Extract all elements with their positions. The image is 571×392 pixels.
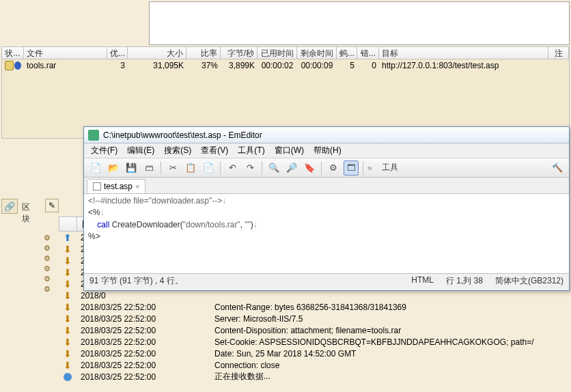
menu-search[interactable]: 搜索(S) (160, 143, 195, 158)
row-size: 31,095K (128, 61, 186, 70)
status-enc: 简体中文(GB2312) (495, 275, 563, 287)
log-row[interactable]: ⬇2018/0 (59, 290, 568, 301)
log-row[interactable]: ⬇2018/03/25 22:52:00Content-Range: bytes… (59, 301, 568, 313)
log-row[interactable]: 2018/03/25 22:52:00正在接收数据... (59, 371, 568, 382)
file-icon (93, 182, 101, 191)
down-icon: ⬇ (59, 244, 76, 255)
toolbar-label: 工具 (382, 162, 398, 173)
toolbar-separator (321, 161, 322, 175)
log-row[interactable]: ⬇2018/03/25 22:52:00Connection: close (59, 359, 568, 371)
col-priority[interactable]: 优... (107, 47, 128, 59)
col-elapsed[interactable]: 已用时间 (257, 47, 297, 59)
down-icon: ⬇ (59, 279, 76, 290)
down-icon: ⬇ (59, 360, 76, 371)
tool-button[interactable]: 🔨 (550, 160, 565, 176)
tab-testasp[interactable]: test.asp × (87, 179, 145, 193)
side-button-1[interactable]: 🔗 (1, 199, 18, 214)
new-button[interactable]: 📄 (88, 160, 103, 176)
col-remain[interactable]: 剩余时间 (297, 47, 337, 59)
copy-button[interactable]: 📋 (183, 160, 198, 176)
mini-icon: ⚙ (42, 264, 52, 273)
code-text: "downloader.asp" (149, 196, 212, 206)
log-row[interactable]: ⬇2018/03/25 22:52:00Set-Cookie: ASPSESSI… (59, 336, 568, 348)
menu-view[interactable]: 查看(V) (197, 143, 232, 158)
col-file[interactable]: 文件 (24, 47, 107, 59)
toolbar-separator (161, 161, 161, 175)
log-message: Date: Sun, 25 Mar 2018 14:52:00 GMT (210, 349, 568, 359)
mini-icon: ⚙ (42, 284, 52, 294)
col-speed[interactable]: 字节/秒 (221, 47, 257, 59)
editor-tabs: test.asp × (84, 178, 569, 194)
editor-window[interactable]: C:\inetpub\wwwroot\test\test.asp - EmEdi… (83, 126, 570, 291)
undo-button[interactable]: ↶ (225, 160, 240, 176)
menu-tools[interactable]: 工具(T) (234, 143, 268, 158)
code-string: "down/tools.rar" (183, 220, 240, 229)
code-text: <!--#include file= (88, 196, 149, 206)
upload-row[interactable]: tools.rar 3 31,095K 37% 3,899K 00:00:02 … (2, 59, 569, 72)
menubar: 文件(F) 编辑(E) 搜索(S) 查看(V) 工具(T) 窗口(W) 帮助(H… (84, 143, 569, 158)
col-target[interactable]: 目标 (379, 47, 548, 59)
titlebar[interactable]: C:\inetpub\wwwroot\test\test.asp - EmEdi… (84, 127, 569, 143)
col-status[interactable]: 状... (2, 47, 24, 59)
row-rate: 37% (186, 61, 221, 70)
log-col-icon[interactable] (59, 217, 77, 231)
down-icon: ⬇ (59, 337, 76, 348)
menu-file[interactable]: 文件(F) (87, 143, 122, 158)
code-text: --> (212, 196, 222, 206)
col-size[interactable]: 大小 (128, 47, 186, 59)
paste-button[interactable]: 📄 (201, 160, 216, 176)
down-icon: ⬇ (59, 348, 76, 359)
toolbar: 📄 📂 💾 🗃 ✂ 📋 📄 ↶ ↷ 🔍 🔎 🔖 ⚙ 🗔 » 工具 🔨 (84, 158, 569, 178)
row-priority: 3 (107, 61, 128, 70)
code-text: CreateDownloader( (109, 220, 182, 229)
pencil-button[interactable]: ✎ (45, 199, 59, 212)
redo-button[interactable]: ↷ (242, 160, 257, 176)
log-message: 正在接收数据... (210, 371, 568, 382)
menu-edit[interactable]: 编辑(E) (123, 143, 158, 158)
view-button[interactable]: 🗔 (344, 160, 359, 176)
line-end-icon: ↓ (253, 220, 257, 229)
mini-icon: ⚙ (42, 233, 52, 242)
col-note[interactable]: 注 (548, 47, 569, 59)
toolbar-separator (262, 161, 262, 175)
row-target: http://127.0.0.1:803/test/test.asp (379, 61, 569, 70)
down-icon: ⬇ (59, 290, 76, 301)
col-errors[interactable]: 错... (357, 47, 379, 59)
status-lang: HTML (411, 275, 434, 287)
log-row[interactable]: ⬇2018/03/25 22:52:00Date: Sun, 25 Mar 20… (59, 348, 568, 359)
col-ants[interactable]: 蚂... (337, 47, 357, 59)
log-row[interactable]: ⬇2018/03/25 22:52:00Server: Microsoft-II… (59, 313, 568, 324)
rar-icon (5, 61, 14, 70)
code-text: %> (88, 232, 100, 241)
findnext-button[interactable]: 🔎 (284, 160, 299, 176)
saveall-button[interactable]: 🗃 (141, 160, 156, 176)
find-button[interactable]: 🔍 (266, 160, 281, 176)
log-date: 2018/03/25 22:52:00 (76, 303, 210, 312)
col-rate[interactable]: 比率 (186, 47, 221, 59)
cut-button[interactable]: ✂ (165, 160, 180, 176)
menu-window[interactable]: 窗口(W) (270, 143, 308, 158)
line-end-icon: ↓ (100, 208, 105, 217)
open-button[interactable]: 📂 (106, 160, 121, 176)
down-icon: ⬇ (59, 302, 76, 313)
bookmark-button[interactable]: 🔖 (302, 160, 317, 176)
menu-help[interactable]: 帮助(H) (309, 143, 346, 158)
log-date: 2018/03/25 22:52:00 (76, 314, 210, 324)
mini-icon: ⚙ (42, 274, 52, 283)
line-end-icon: ↓ (222, 196, 226, 206)
window-title: C:\inetpub\wwwroot\test\test.asp - EmEdi… (103, 130, 262, 140)
close-icon[interactable]: × (135, 182, 139, 191)
row-speed: 3,899K (221, 61, 257, 70)
info-icon (59, 373, 76, 381)
config-button[interactable]: ⚙ (326, 160, 341, 176)
code-editor[interactable]: <!--#include file="downloader.asp"-->↓ <… (84, 194, 569, 273)
log-message: Content-Disposition: attachment; filenam… (210, 326, 568, 335)
save-button[interactable]: 💾 (124, 160, 139, 176)
mini-icon: ⚙ (42, 253, 52, 263)
top-empty-pane (149, 1, 570, 45)
log-row[interactable]: ⬇2018/03/25 22:52:00Content-Disposition:… (59, 324, 568, 336)
code-string: "" (245, 220, 251, 229)
app-icon (88, 130, 99, 141)
log-date: 2018/03/25 22:52:00 (76, 326, 210, 335)
row-ants: 5 (337, 61, 357, 70)
